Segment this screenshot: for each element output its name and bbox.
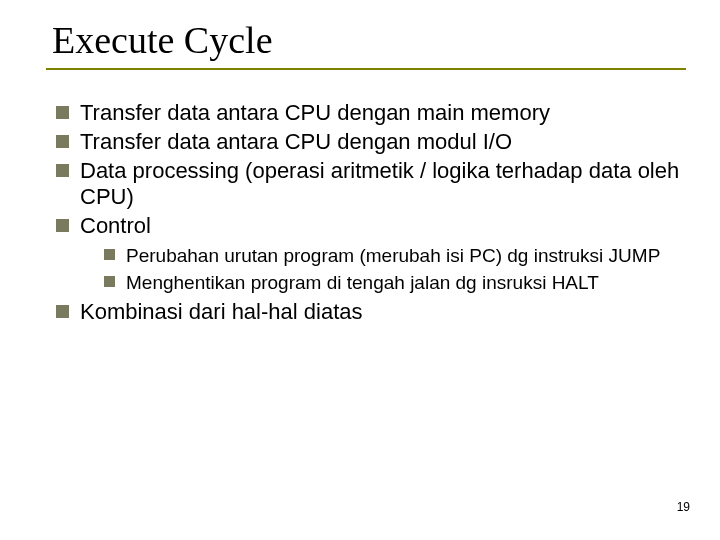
list-item: Transfer data antara CPU dengan main mem…: [56, 100, 680, 127]
list-item: Menghentikan program di tengah jalan dg …: [104, 271, 680, 295]
list-item-text: Control: [80, 213, 151, 238]
list-item: Transfer data antara CPU dengan modul I/…: [56, 129, 680, 156]
list-item-text: Menghentikan program di tengah jalan dg …: [126, 272, 599, 293]
slide-title: Execute Cycle: [52, 18, 680, 62]
list-item-text: Data processing (operasi aritmetik / log…: [80, 158, 679, 210]
list-item: Data processing (operasi aritmetik / log…: [56, 158, 680, 212]
list-item-text: Transfer data antara CPU dengan modul I/…: [80, 129, 512, 154]
sub-bullet-list: Perubahan urutan program (merubah isi PC…: [104, 244, 680, 295]
list-item: Perubahan urutan program (merubah isi PC…: [104, 244, 680, 268]
list-item: Control Perubahan urutan program (meruba…: [56, 213, 680, 294]
page-number: 19: [677, 500, 690, 514]
slide: Execute Cycle Transfer data antara CPU d…: [0, 0, 720, 540]
list-item: Kombinasi dari hal-hal diatas: [56, 299, 680, 326]
list-item-text: Kombinasi dari hal-hal diatas: [80, 299, 363, 324]
list-item-text: Transfer data antara CPU dengan main mem…: [80, 100, 550, 125]
bullet-list: Transfer data antara CPU dengan main mem…: [56, 100, 680, 325]
title-rule: [46, 68, 686, 70]
list-item-text: Perubahan urutan program (merubah isi PC…: [126, 245, 660, 266]
